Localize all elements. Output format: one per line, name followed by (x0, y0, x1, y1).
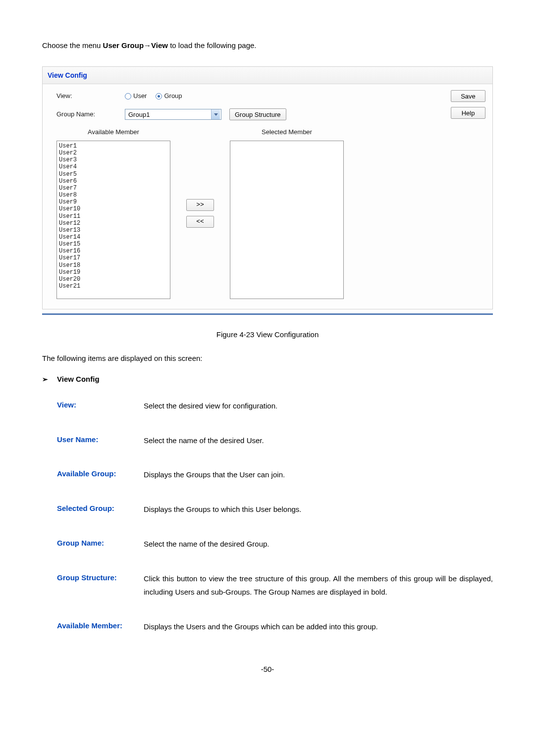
help-button[interactable]: Help (451, 107, 485, 119)
field-description: Click this button to view the tree struc… (144, 572, 493, 600)
groupname-select[interactable] (125, 109, 221, 120)
view-radio-group: User Group (125, 91, 182, 101)
save-button[interactable]: Save (451, 90, 485, 102)
list-item[interactable]: User20 (59, 276, 168, 283)
member-section: Available Member User1User2User3User4Use… (51, 127, 484, 299)
field-description: Displays the Users and the Groups which … (144, 620, 493, 634)
field-label: Available Group: (57, 468, 144, 482)
intro-bold: User Group→View (103, 41, 168, 50)
list-item[interactable]: User8 (59, 192, 168, 199)
list-item[interactable]: User3 (59, 156, 168, 163)
list-item[interactable]: User19 (59, 269, 168, 276)
field-row: Available Group:Displays the Groups that… (42, 468, 493, 482)
groupname-row: Group Name: Group Structure (51, 108, 484, 120)
available-column: Available Member User1User2User3User4Use… (56, 127, 170, 299)
field-row: View:Select the desired view for configu… (42, 399, 493, 413)
radio-group[interactable]: Group (156, 91, 182, 101)
field-row: Group Name:Select the name of the desire… (42, 537, 493, 551)
list-item[interactable]: User9 (59, 199, 168, 205)
list-item[interactable]: User5 (59, 171, 168, 178)
section-heading: ➢ View Config (42, 373, 493, 385)
list-item[interactable]: User17 (59, 254, 168, 261)
selected-column: Selected Member (230, 127, 344, 299)
intro-text: Choose the menu User Group→View to load … (42, 40, 493, 51)
field-description: Displays the Groups to which this User b… (144, 503, 493, 516)
page-number: -50- (42, 663, 493, 675)
list-item[interactable]: User4 (59, 163, 168, 170)
list-item[interactable]: User7 (59, 185, 168, 192)
list-item[interactable]: User12 (59, 220, 168, 227)
panel-bottom-border (42, 313, 493, 315)
action-buttons: Save Help (451, 90, 485, 119)
radio-user-label: User (133, 91, 147, 101)
view-row: View: User Group (51, 91, 484, 101)
list-item[interactable]: User15 (59, 241, 168, 248)
figure-caption: Figure 4-23 View Configuration (42, 329, 493, 341)
groupname-input[interactable] (125, 110, 211, 119)
list-item[interactable]: User10 (59, 205, 168, 212)
fields-container: View:Select the desired view for configu… (42, 399, 493, 634)
panel-body: Save Help View: User Group Group Name: (43, 84, 492, 309)
sub-intro: The following items are displayed on thi… (42, 353, 493, 364)
field-label: Group Name: (57, 537, 144, 551)
list-item[interactable]: User16 (59, 248, 168, 254)
group-structure-button[interactable]: Group Structure (229, 108, 286, 120)
field-label: Selected Group: (57, 503, 144, 516)
field-description: Select the desired view for configuratio… (144, 399, 493, 413)
transfer-buttons: >> << (170, 127, 230, 299)
list-item[interactable]: User13 (59, 227, 168, 234)
selected-title: Selected Member (230, 127, 344, 138)
list-item[interactable]: User1 (59, 143, 168, 150)
arrow-icon: ➢ (42, 374, 57, 385)
field-row: Available Member:Displays the Users and … (42, 620, 493, 634)
intro-prefix: Choose the menu (42, 41, 103, 50)
list-item[interactable]: User14 (59, 234, 168, 241)
field-label: User Name: (57, 434, 144, 448)
field-label: Available Member: (57, 620, 144, 634)
available-title: Available Member (56, 127, 170, 138)
radio-user[interactable]: User (125, 91, 147, 101)
field-row: User Name:Select the name of the desired… (42, 434, 493, 448)
panel-title: View Config (43, 67, 492, 84)
field-description: Displays the Groups that the User can jo… (144, 468, 493, 482)
move-right-button[interactable]: >> (186, 199, 214, 211)
list-item[interactable]: User6 (59, 178, 168, 185)
field-description: Select the name of the desired Group. (144, 537, 493, 551)
move-left-button[interactable]: << (186, 216, 214, 228)
chevron-down-icon[interactable] (211, 109, 220, 119)
available-listbox[interactable]: User1User2User3User4User5User6User7User8… (56, 141, 170, 299)
radio-group-label: Group (164, 91, 182, 101)
field-label: View: (57, 399, 144, 413)
field-label: Group Structure: (57, 572, 144, 600)
intro-suffix: to load the following page. (168, 41, 256, 50)
list-item[interactable]: User18 (59, 262, 168, 269)
section-heading-text: View Config (57, 373, 100, 385)
list-item[interactable]: User21 (59, 283, 168, 290)
field-row: Selected Group:Displays the Groups to wh… (42, 503, 493, 516)
field-row: Group Structure:Click this button to vie… (42, 572, 493, 600)
list-item[interactable]: User11 (59, 213, 168, 220)
radio-icon (156, 93, 162, 100)
field-description: Select the name of the desired User. (144, 434, 493, 448)
view-label: View: (51, 91, 125, 101)
view-config-panel: View Config Save Help View: User Group G… (42, 66, 493, 309)
selected-listbox[interactable] (230, 141, 344, 299)
groupname-label: Group Name: (51, 109, 125, 120)
list-item[interactable]: User2 (59, 150, 168, 156)
radio-icon (125, 93, 131, 100)
